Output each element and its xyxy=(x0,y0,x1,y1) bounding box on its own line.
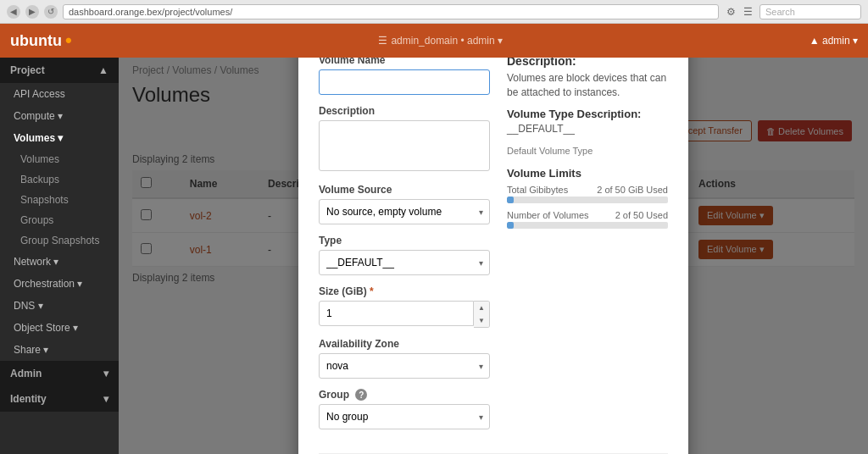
sidebar-item-dns[interactable]: DNS ▾ xyxy=(0,295,119,317)
browser-bar: ◀ ▶ ↺ dashboard.orange.bex/project/volum… xyxy=(0,0,868,24)
browser-search[interactable]: Search xyxy=(760,4,861,19)
description-group: Description xyxy=(319,105,490,174)
create-volume-modal: × Create Volume Volume Name xyxy=(298,58,688,454)
volume-type-value: __DEFAULT__ xyxy=(507,122,668,136)
sidebar-item-snapshots[interactable]: Snapshots xyxy=(0,190,119,210)
total-gibibytes-label: Total Gibibytes 2 of 50 GiB Used xyxy=(507,185,668,195)
group-help-icon[interactable]: ? xyxy=(355,389,367,401)
sidebar: Project ▲ API Access Compute ▾ Volumes ▾… xyxy=(0,58,119,454)
group-wrap: No group ▾ xyxy=(319,404,490,429)
type-group: Type __DEFAULT__ ▾ xyxy=(319,235,490,275)
admin-section[interactable]: Admin ▾ xyxy=(0,361,119,386)
volume-source-wrap: No source, empty volume ▾ xyxy=(319,199,490,224)
back-button[interactable]: ◀ xyxy=(7,5,20,19)
url-bar[interactable]: dashboard.orange.bex/project/volumes/ xyxy=(63,4,719,19)
sidebar-item-object-store[interactable]: Object Store ▾ xyxy=(0,317,119,339)
modal-body: Volume Name Description xyxy=(319,58,668,440)
sidebar-item-share[interactable]: Share ▾ xyxy=(0,339,119,361)
reload-button[interactable]: ↺ xyxy=(44,5,58,19)
required-mark: * xyxy=(370,285,374,297)
total-gibibytes-bar xyxy=(507,197,668,203)
size-label: Size (GiB) * xyxy=(319,285,490,297)
description-panel-text: Volumes are block devices that can be at… xyxy=(507,71,668,100)
size-wrap: ▲ ▼ xyxy=(319,301,490,328)
main-content: Project / Volumes / Volumes Volumes + Cr… xyxy=(119,58,868,454)
browser-right-icons: ⚙ ☰ xyxy=(724,5,754,19)
type-label: Type xyxy=(319,235,490,246)
availability-zone-label: Availability Zone xyxy=(319,338,490,350)
modal-description-panel: Description: Volumes are block devices t… xyxy=(507,58,668,440)
type-wrap: __DEFAULT__ ▾ xyxy=(319,250,490,275)
sidebar-item-volumes-header[interactable]: Volumes ▾ xyxy=(0,127,119,149)
volume-name-group: Volume Name xyxy=(319,58,490,95)
group-label: Group ? xyxy=(319,389,490,401)
description-input[interactable] xyxy=(319,120,490,171)
modal-overlay: × Create Volume Volume Name xyxy=(119,58,868,454)
volume-source-select[interactable]: No source, empty volume xyxy=(319,199,490,224)
size-input[interactable] xyxy=(319,301,474,326)
size-up-button[interactable]: ▲ xyxy=(474,302,489,314)
volume-name-label: Volume Name xyxy=(319,58,490,66)
description-label: Description xyxy=(319,105,490,117)
volume-source-label: Volume Source xyxy=(319,184,490,196)
app-header: ubuntu• ☰ admin_domain • admin ▾ ▲ admin… xyxy=(0,24,868,58)
identity-section[interactable]: Identity ▾ xyxy=(0,386,119,412)
description-panel-title: Description: xyxy=(507,58,668,68)
num-volumes-fill xyxy=(507,222,514,229)
forward-button[interactable]: ▶ xyxy=(25,5,39,19)
num-volumes-label: Number of Volumes 2 of 50 Used xyxy=(507,210,668,220)
project-section[interactable]: Project ▲ xyxy=(0,58,119,83)
volume-source-group: Volume Source No source, empty volume ▾ xyxy=(319,184,490,224)
size-group: Size (GiB) * ▲ ▼ xyxy=(319,285,490,328)
size-spinners: ▲ ▼ xyxy=(474,301,490,328)
availability-zone-select[interactable]: nova xyxy=(319,353,490,379)
sidebar-item-network[interactable]: Network ▾ xyxy=(0,251,119,273)
sidebar-item-group-snapshots[interactable]: Group Snapshots xyxy=(0,230,119,251)
volume-type-sub: Default Volume Type xyxy=(507,145,668,158)
num-volumes-bar xyxy=(507,222,668,229)
sidebar-item-groups[interactable]: Groups xyxy=(0,210,119,230)
group-group: Group ? No group ▾ xyxy=(319,389,490,430)
limits-title: Volume Limits xyxy=(507,167,668,180)
total-gibibytes-fill xyxy=(507,197,514,203)
user-menu[interactable]: ▲ admin ▾ xyxy=(810,35,858,47)
sidebar-item-api-access[interactable]: API Access xyxy=(0,83,119,105)
volume-type-title: Volume Type Description: xyxy=(507,108,668,120)
size-down-button[interactable]: ▼ xyxy=(474,314,489,327)
sidebar-item-orchestration[interactable]: Orchestration ▾ xyxy=(0,273,119,295)
type-select[interactable]: __DEFAULT__ xyxy=(319,250,490,275)
domain-selector[interactable]: ☰ admin_domain • admin ▾ xyxy=(378,35,503,47)
main-layout: Project ▲ API Access Compute ▾ Volumes ▾… xyxy=(0,58,868,454)
sidebar-item-compute[interactable]: Compute ▾ xyxy=(0,105,119,127)
settings-icon[interactable]: ⚙ xyxy=(724,5,737,19)
modal-form: Volume Name Description xyxy=(319,58,490,440)
availability-zone-wrap: nova ▾ xyxy=(319,353,490,379)
app-logo: ubuntu• xyxy=(10,30,72,52)
volume-name-input[interactable] xyxy=(319,69,490,95)
group-select[interactable]: No group xyxy=(319,404,490,429)
availability-zone-group: Availability Zone nova ▾ xyxy=(319,338,490,379)
menu-icon[interactable]: ☰ xyxy=(741,5,754,19)
sidebar-item-volumes[interactable]: Volumes xyxy=(0,149,119,169)
sidebar-item-backups[interactable]: Backups xyxy=(0,169,119,190)
